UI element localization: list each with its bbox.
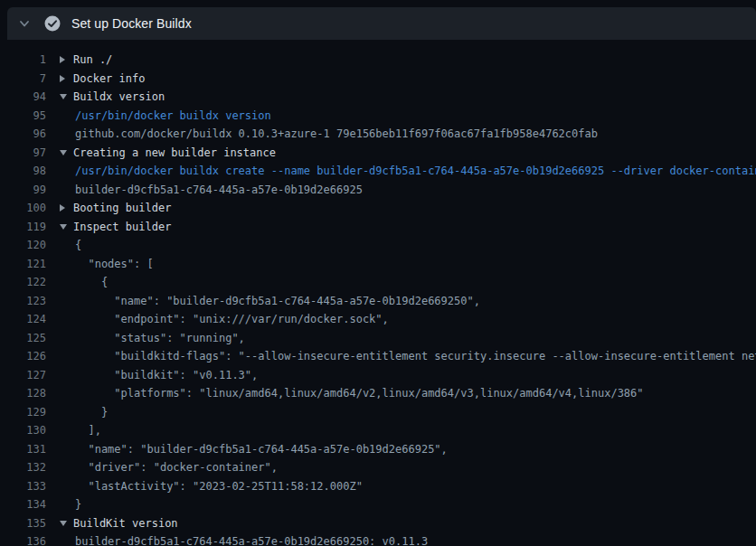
line-number[interactable]: 130 [0,424,46,437]
line-number[interactable]: 120 [0,239,46,251]
log-line[interactable]: 97 Creating a new builder instance [0,144,756,163]
chevron-down-icon[interactable] [17,16,32,31]
line-number[interactable]: 122 [0,276,46,288]
log-line-text: "platforms": "linux/amd64,linux/amd64/v2… [75,387,644,400]
log-line-text: "endpoint": "unix:///var/run/docker.sock… [75,313,389,325]
log-line: 133 "lastActivity": "2023-02-25T11:58:12… [0,477,756,496]
log-line[interactable]: 1 Run ./ [0,51,756,70]
line-number[interactable]: 100 [0,202,46,214]
caret-right-icon [60,56,73,63]
log-line-text: "lastActivity": "2023-02-25T11:58:12.000… [75,480,363,493]
log-line-text: { [75,276,108,288]
caret-down-icon [60,94,73,99]
line-number[interactable]: 125 [0,332,46,344]
line-number[interactable]: 126 [0,350,46,362]
line-number[interactable]: 98 [0,165,46,177]
log-line: 120 { [0,236,756,255]
log-line-text: github.com/docker/buildx 0.10.3+azure-1 … [75,127,598,140]
line-number[interactable]: 131 [0,443,46,456]
line-number[interactable]: 121 [0,258,46,270]
log-line: 122 { [0,273,756,292]
line-number[interactable]: 7 [0,72,46,85]
log-line-text: Creating a new builder instance [73,146,276,159]
log-line: 130 ], [0,421,756,440]
step-header[interactable]: Set up Docker Buildx [7,7,756,40]
log-line: 124 "endpoint": "unix:///var/run/docker.… [0,310,756,329]
log-line-text: /usr/bin/docker buildx version [75,109,271,122]
log-line: 98 /usr/bin/docker buildx create --name … [0,162,756,181]
line-number[interactable]: 127 [0,369,46,381]
log-line-text: ], [75,424,101,437]
line-number[interactable]: 134 [0,498,46,511]
log-line-text: "name": "builder-d9cfb5a1-c764-445a-a57e… [75,295,480,307]
step-title: Set up Docker Buildx [71,16,192,31]
log-line-text: } [75,406,108,419]
line-number[interactable]: 99 [0,184,46,196]
log-line: 125 "status": "running", [0,329,756,348]
caret-right-icon [60,75,73,82]
log-line-text: Inspect builder [73,221,171,233]
line-number[interactable]: 136 [0,535,46,546]
log-line-text: { [75,239,81,251]
caret-right-icon [60,204,73,212]
log-line-text: builder-d9cfb5a1-c764-445a-a57e-0b19d2e6… [75,535,428,546]
log-line: 131 "name": "builder-d9cfb5a1-c764-445a-… [0,440,756,459]
log-line-text: /usr/bin/docker buildx create --name bui… [75,165,756,177]
log-line-text: "status": "running", [75,332,245,344]
line-number[interactable]: 95 [0,109,46,122]
log-line: 96 github.com/docker/buildx 0.10.3+azure… [0,125,756,144]
log-line-text: Docker info [73,72,145,85]
line-number[interactable]: 1 [0,53,46,66]
log-line[interactable]: 119 Inspect builder [0,218,756,237]
log-line: 121 "nodes": [ [0,255,756,274]
log-line: 132 "driver": "docker-container", [0,458,756,477]
line-number[interactable]: 133 [0,480,46,493]
log-line: 128 "platforms": "linux/amd64,linux/amd6… [0,384,756,403]
log-line-text: "buildkit": "v0.11.3", [75,369,258,381]
line-number[interactable]: 132 [0,461,46,474]
log-line-text: BuildKit version [73,517,178,530]
log-line-text: "nodes": [ [75,258,154,270]
line-number[interactable]: 129 [0,406,46,419]
caret-down-icon [60,150,73,155]
line-number[interactable]: 97 [0,146,46,159]
log-line[interactable]: 135 BuildKit version [0,514,756,533]
line-number[interactable]: 96 [0,127,46,140]
log-line: 136 builder-d9cfb5a1-c764-445a-a57e-0b19… [0,532,756,546]
line-number[interactable]: 123 [0,295,46,307]
log-line-text: "driver": "docker-container", [75,461,278,474]
log-line[interactable]: 94 Buildx version [0,88,756,107]
log-line-text: Booting builder [73,202,171,214]
line-number[interactable]: 128 [0,387,46,400]
log-line: 95 /usr/bin/docker buildx version [0,107,756,126]
log-line: 134 } [0,495,756,514]
log-line: 123 "name": "builder-d9cfb5a1-c764-445a-… [0,292,756,311]
caret-down-icon [60,521,73,526]
line-number[interactable]: 94 [0,90,46,103]
log-line[interactable]: 7 Docker info [0,70,756,89]
log-line: 99 builder-d9cfb5a1-c764-445a-a57e-0b19d… [0,181,756,200]
log-line-text: "buildkitd-flags": "--allow-insecure-ent… [75,350,756,362]
log-line: 129 } [0,403,756,422]
log-line: 126 "buildkitd-flags": "--allow-insecure… [0,347,756,366]
log-line-text: Run ./ [73,53,112,66]
log-line-text: "name": "builder-d9cfb5a1-c764-445a-a57e… [75,443,448,456]
log-line: 127 "buildkit": "v0.11.3", [0,366,756,385]
log-line[interactable]: 100 Booting builder [0,199,756,218]
line-number[interactable]: 119 [0,221,46,233]
check-circle-icon [44,15,61,32]
line-number[interactable]: 135 [0,517,46,530]
log-line-text: Buildx version [73,90,165,103]
log-line-text: } [75,498,81,511]
log-line-text: builder-d9cfb5a1-c764-445a-a57e-0b19d2e6… [75,184,363,196]
line-number[interactable]: 124 [0,313,46,325]
log-container: 1 Run ./ 7 Docker info 94 Buildx version… [0,40,756,546]
caret-down-icon [60,224,73,230]
